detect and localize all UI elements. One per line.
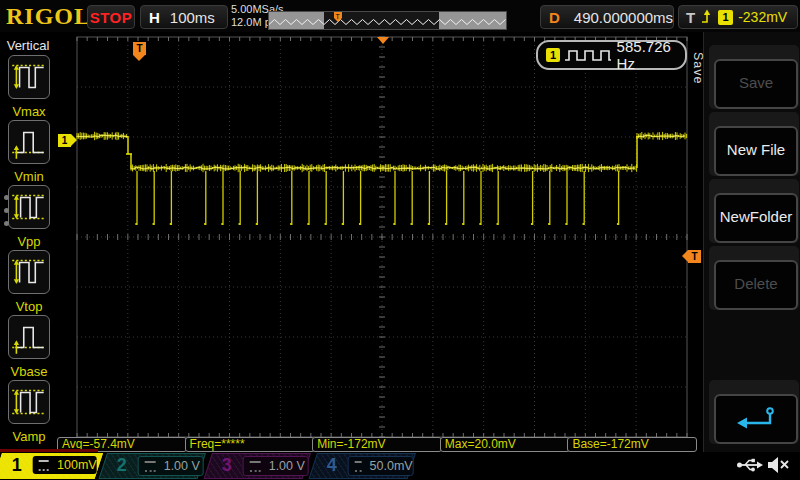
waveform-preview-bar[interactable]: T	[268, 11, 507, 30]
graticule-and-waveform	[56, 32, 703, 452]
vtop-icon	[8, 250, 50, 294]
speaker-muted-icon	[766, 455, 790, 475]
measurement-base: Base=-172mV	[567, 437, 697, 452]
sidebar-item-vbase[interactable]: Vbase	[8, 315, 50, 379]
timebase-value: 100ms	[170, 9, 215, 26]
sidebar-item-vmax[interactable]: Vmax	[8, 55, 50, 119]
delay-box: D 490.000000ms	[540, 5, 674, 29]
softkey-menu: Save Save New File NewFolder Delete	[703, 32, 800, 452]
channel1-scale: 100mV	[57, 458, 97, 472]
rising-edge-icon	[701, 9, 713, 25]
vmax-icon	[8, 55, 50, 99]
run-state-label: STOP	[90, 9, 133, 26]
trigger-label: T	[686, 9, 695, 26]
trigger-level-value: -232mV	[738, 9, 787, 25]
horizontal-label: H	[149, 9, 160, 26]
waveform-preview-graphic: T	[269, 12, 506, 29]
coupling-icon	[145, 461, 156, 472]
new-file-button[interactable]: New File	[714, 126, 798, 176]
sidebar-item-label: Vpp	[8, 234, 50, 249]
save-button[interactable]: Save	[714, 59, 798, 109]
sidebar-item-label: Vtop	[8, 299, 50, 314]
measurement-min: Min=-172mV	[312, 437, 442, 452]
horizontal-timebase-box: H 100ms	[140, 5, 228, 29]
waveform-display-area	[56, 32, 703, 452]
coupling-icon	[39, 460, 49, 471]
delay-label: D	[549, 9, 560, 26]
square-wave-icon	[564, 48, 610, 62]
trigger-position-flag-icon[interactable]: T	[133, 42, 146, 55]
coupling-icon	[250, 461, 261, 472]
sidebar-item-vpp[interactable]: Vpp	[8, 185, 50, 249]
frequency-counter: 1 585.726 Hz	[536, 40, 687, 70]
vbase-icon	[8, 315, 50, 359]
page-indicator-dot	[4, 208, 9, 213]
channel4-number: 4	[327, 455, 337, 476]
channel2-number: 2	[117, 455, 127, 476]
svg-text:T: T	[336, 13, 341, 20]
usb-icon	[736, 456, 764, 474]
channel2-status[interactable]: 2 1.00 V	[99, 453, 206, 479]
counter-source-badge: 1	[546, 48, 560, 62]
oscilloscope-screen: RIGOL STOP H 100ms 5.00MSa/s 12.0M pts T…	[0, 0, 800, 480]
sidebar-item-vamp[interactable]: Vamp	[8, 380, 50, 444]
vmin-icon	[8, 120, 50, 164]
sidebar-item-vmin[interactable]: Vmin	[8, 120, 50, 184]
trigger-source-badge: 1	[718, 10, 733, 25]
sidebar-item-label: Vamp	[8, 429, 50, 444]
channel1-status[interactable]: 1 100mV	[0, 453, 103, 479]
sidebar-item-label: Vbase	[8, 364, 50, 379]
vpp-icon	[8, 185, 50, 229]
channel1-ground-marker[interactable]: 1	[58, 134, 71, 147]
measure-sidebar: Vertical Vmax Vmin	[0, 32, 57, 450]
return-arrow-icon	[734, 404, 778, 432]
trigger-level-marker[interactable]: T	[688, 250, 701, 263]
new-folder-button[interactable]: NewFolder	[714, 193, 798, 243]
measurement-max: Max=20.0mV	[440, 437, 570, 452]
channel1-number: 1	[12, 455, 22, 476]
sidebar-item-label: Vmin	[8, 169, 50, 184]
sidebar-title: Vertical	[0, 38, 56, 53]
measurement-freq: Freq=*****	[185, 437, 315, 452]
channel4-status[interactable]: 4 50.0mV	[309, 453, 416, 479]
delete-button[interactable]: Delete	[714, 260, 798, 310]
counter-value: 585.726 Hz	[617, 38, 685, 72]
menu-tab-title: Save	[691, 52, 705, 85]
run-state-indicator: STOP	[87, 5, 135, 29]
channel3-number: 3	[222, 455, 232, 476]
channel4-scale: 50.0mV	[370, 459, 413, 473]
back-button[interactable]	[714, 394, 798, 444]
top-status-bar: RIGOL STOP H 100ms 5.00MSa/s 12.0M pts T…	[0, 0, 800, 32]
delay-value: 490.000000ms	[574, 9, 673, 26]
channel3-status[interactable]: 3 1.00 V	[204, 453, 311, 479]
coupling-icon	[355, 461, 362, 472]
channel2-scale: 1.00 V	[164, 459, 200, 473]
channel3-scale: 1.00 V	[269, 459, 305, 473]
rigol-logo: RIGOL	[6, 3, 91, 30]
trigger-info-box: T 1 -232mV	[678, 5, 798, 29]
vamp-icon	[8, 380, 50, 424]
page-indicator-dot	[4, 195, 9, 200]
trigger-moment-icon	[377, 37, 389, 44]
sidebar-item-label: Vmax	[8, 104, 50, 119]
channel-status-bar: 1 100mV 2 1.00 V 3 1.00 V 4 50.0mV	[0, 452, 800, 480]
sidebar-item-vtop[interactable]: Vtop	[8, 250, 50, 314]
page-indicator-dot	[4, 221, 9, 226]
